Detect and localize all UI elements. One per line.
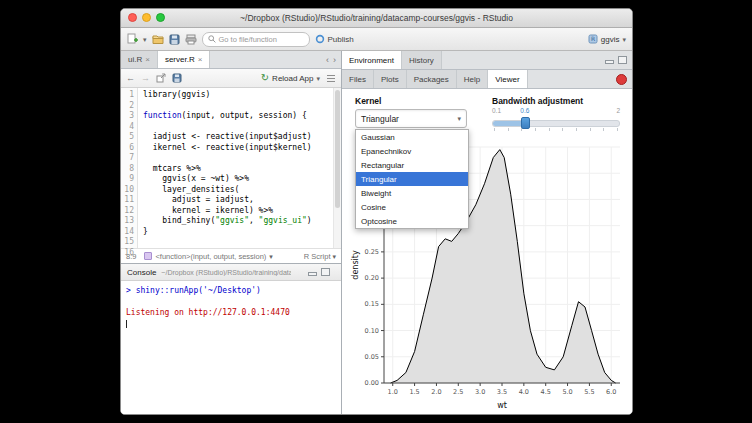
tab-ui-r[interactable]: ui.R× (121, 51, 158, 68)
editor-toolbar: ← → ↻ Reload App ▾ (121, 69, 341, 88)
kernel-select[interactable]: Triangular ▾ (355, 109, 467, 128)
close-tab-icon[interactable]: × (145, 56, 150, 64)
option-biweight[interactable]: Biweight (356, 186, 468, 200)
environment-tabbar: EnvironmentHistory (342, 51, 632, 70)
slider-min-label: 0.1 (492, 107, 501, 114)
code-line[interactable]: library(ggvis) (143, 90, 341, 101)
editor-scrollbar[interactable] (333, 88, 341, 248)
code-line[interactable] (143, 153, 341, 164)
console-pane-title: Console (127, 268, 156, 277)
option-triangular[interactable]: Triangular (356, 172, 468, 186)
scope-label: <function>(input, output, session) (155, 252, 266, 261)
zoom-window-button[interactable] (156, 13, 165, 22)
scope-selector[interactable]: <function>(input, output, session) ▾ (144, 252, 272, 261)
svg-text:wt: wt (497, 401, 507, 410)
minimize-pane-icon[interactable] (308, 272, 317, 276)
console-output[interactable]: > shiny::runApp('~/Desktop') Listening o… (121, 281, 341, 414)
project-icon: R (588, 34, 598, 44)
tab-plots[interactable]: Plots (374, 70, 407, 88)
select-caret-icon: ▾ (457, 115, 461, 122)
option-optcosine[interactable]: Optcosine (356, 214, 468, 228)
minimize-window-button[interactable] (142, 13, 151, 22)
code-line[interactable]: function(input, output, session) { (143, 111, 341, 122)
project-menu-button[interactable]: R ggvis ▾ (588, 34, 626, 44)
svg-text:R: R (591, 35, 595, 42)
reload-app-label: Reload App (272, 74, 313, 83)
new-file-caret-icon[interactable]: ▾ (143, 36, 147, 43)
tab-history[interactable]: History (402, 51, 442, 69)
goto-file-input[interactable]: Go to file/function (202, 32, 310, 47)
scope-icon (144, 252, 152, 260)
project-caret-icon: ▾ (622, 36, 626, 43)
file-type-selector[interactable]: R Script ▾ (304, 252, 336, 261)
tab-files[interactable]: Files (342, 70, 374, 88)
popout-window-icon[interactable] (156, 71, 166, 85)
print-icon[interactable] (185, 32, 197, 46)
tab-label: Viewer (495, 75, 519, 84)
forward-icon[interactable]: → (141, 73, 150, 83)
option-gaussian[interactable]: Gaussian (356, 130, 468, 144)
code-line[interactable] (143, 101, 341, 112)
slider-grid (494, 128, 618, 132)
stop-app-icon[interactable] (616, 74, 627, 85)
maximize-pane-icon[interactable] (618, 56, 627, 64)
reload-options-caret-icon[interactable]: ▾ (316, 75, 320, 82)
scroll-tabs-left-icon[interactable]: ‹ (326, 55, 329, 65)
main-toolbar: ▾ Go to file/function Publish R ggvis ▾ (121, 28, 632, 51)
search-icon (208, 35, 216, 43)
tab-packages[interactable]: Packages (407, 70, 457, 88)
svg-text:0.15: 0.15 (365, 300, 379, 308)
option-rectangular[interactable]: Rectangular (356, 158, 468, 172)
publish-button[interactable]: Publish (315, 34, 354, 44)
save-file-icon[interactable] (172, 71, 182, 85)
option-cosine[interactable]: Cosine (356, 200, 468, 214)
open-file-icon[interactable] (152, 32, 164, 46)
new-file-icon[interactable] (127, 32, 138, 46)
scroll-tabs-right-icon[interactable]: › (333, 55, 336, 65)
line-number: 4 (121, 122, 134, 133)
code-line[interactable]: kernel = ikernel) %>% (143, 206, 341, 217)
reload-app-button[interactable]: ↻ Reload App ▾ (261, 73, 320, 83)
line-number: 13 (121, 216, 134, 227)
save-icon[interactable] (169, 32, 180, 46)
code-line[interactable]: layer_densities( (143, 185, 341, 196)
code-line[interactable]: bind_shiny("ggvis", "ggvis_ui") (143, 216, 341, 227)
viewer-tabbar: FilesPlotsPackagesHelpViewer (342, 70, 632, 89)
code-line[interactable] (143, 248, 341, 249)
tab-environment[interactable]: Environment (342, 51, 402, 69)
maximize-pane-icon[interactable] (321, 268, 330, 276)
minimize-pane-icon[interactable] (605, 60, 614, 64)
text-cursor (126, 320, 127, 328)
svg-text:0.00: 0.00 (365, 379, 379, 387)
code-editor[interactable]: 12345678910111213141516 library(ggvis) f… (121, 88, 341, 248)
code-line[interactable]: } (143, 227, 341, 238)
document-outline-icon[interactable] (326, 71, 336, 85)
code-line[interactable] (143, 237, 341, 248)
close-tab-icon[interactable]: × (198, 56, 203, 64)
tab-help[interactable]: Help (457, 70, 488, 88)
code-line[interactable]: ggvis(x = ~wt) %>% (143, 174, 341, 185)
tab-label: History (409, 56, 434, 65)
close-window-button[interactable] (128, 13, 137, 22)
back-icon[interactable]: ← (126, 73, 135, 83)
line-number: 7 (121, 153, 134, 164)
tab-label: Packages (414, 75, 449, 84)
editor-scrollbar-thumb[interactable] (335, 90, 340, 208)
tab-server-r[interactable]: server.R× (158, 51, 210, 68)
code-line[interactable]: adjust = iadjust, (143, 195, 341, 206)
line-number: 9 (121, 174, 134, 185)
slider-track[interactable] (492, 120, 620, 127)
line-number: 3 (121, 111, 134, 122)
line-number: 1 (121, 90, 134, 101)
code-line[interactable]: iadjust <- reactive(input$adjust) (143, 132, 341, 143)
code-line[interactable]: ikernel <- reactive(input$kernel) (143, 143, 341, 154)
code-line[interactable] (143, 122, 341, 133)
tab-viewer[interactable]: Viewer (488, 70, 527, 88)
console-line: > shiny::runApp('~/Desktop') (126, 285, 336, 296)
line-number: 12 (121, 206, 134, 217)
code-line[interactable]: mtcars %>% (143, 164, 341, 175)
code-lines[interactable]: library(ggvis) function(input, output, s… (138, 88, 341, 248)
option-epanechnikov[interactable]: Epanechnikov (356, 144, 468, 158)
bandwidth-slider[interactable]: 0.1 2 0.6 (492, 107, 620, 137)
file-type-caret-icon: ▾ (332, 253, 336, 260)
